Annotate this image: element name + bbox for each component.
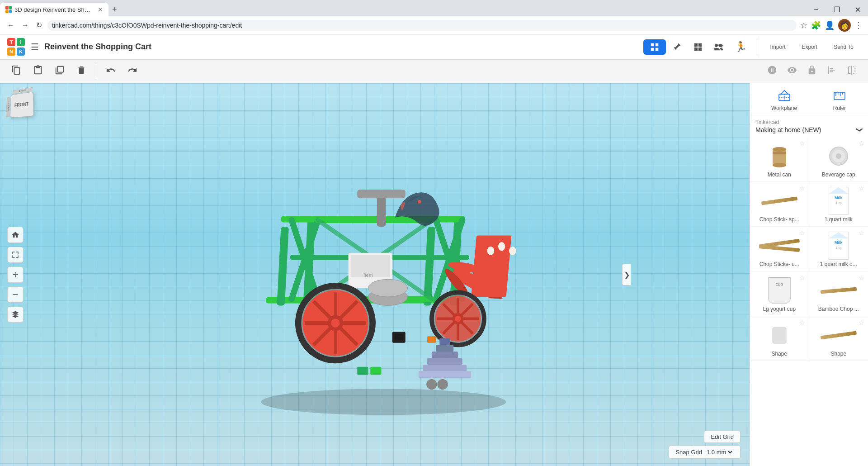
- collection-value: Making at home (NEW): [755, 126, 821, 133]
- shape-item-milk-carton[interactable]: ☆ Milk 1 qt 1 quart milk: [809, 182, 868, 227]
- shape-label-milk-carton2: 1 quart milk o...: [820, 261, 857, 267]
- ruler-button[interactable]: Ruler: [832, 89, 847, 111]
- active-tab[interactable]: 3D design Reinvent the Shoppin... ✕: [0, 3, 108, 16]
- svg-point-26: [487, 247, 494, 255]
- shape-item-milk-carton2[interactable]: ☆ Milk 1 qt 1 quart milk o...: [809, 227, 868, 271]
- new-tab-button[interactable]: +: [108, 5, 121, 14]
- shapes-button[interactable]: [689, 39, 708, 55]
- shape-item-beverage-cap[interactable]: ☆ Beverage cap: [809, 137, 868, 182]
- star-metal-can[interactable]: ☆: [799, 140, 805, 147]
- undo-button[interactable]: [102, 62, 120, 81]
- collection-dropdown[interactable]: Making at home (NEW) ❯: [755, 126, 863, 133]
- fit-button[interactable]: [7, 247, 24, 263]
- import-button[interactable]: Import: [763, 41, 793, 53]
- delete-icon: [76, 65, 86, 75]
- svg-point-28: [509, 247, 516, 255]
- export-label: Export: [802, 44, 817, 50]
- shape-label-chopstick2: Chop Sticks- u...: [760, 261, 799, 267]
- maximize-button[interactable]: ❐: [826, 1, 847, 18]
- shape-item-metal-can[interactable]: ☆ Metal can: [750, 137, 809, 182]
- refresh-button[interactable]: ↻: [34, 19, 44, 31]
- shape-item-extra1[interactable]: ☆ Shape: [750, 316, 809, 361]
- cube-nav[interactable]: TOP LEFT FRONT: [9, 92, 41, 124]
- pickaxe-button[interactable]: [668, 39, 687, 55]
- logo-n: N: [7, 48, 15, 56]
- svg-rect-3: [656, 48, 658, 50]
- export-button[interactable]: Export: [794, 41, 825, 53]
- lock-button[interactable]: [803, 62, 821, 81]
- forward-button[interactable]: →: [20, 19, 31, 31]
- svg-rect-31: [357, 190, 405, 198]
- svg-point-5: [261, 389, 506, 415]
- shapes-scroll[interactable]: ☆ Metal can ☆: [750, 137, 868, 466]
- window-controls: − ❐ ✕: [806, 1, 868, 18]
- delete-button[interactable]: [72, 62, 90, 81]
- workplane-icon: [777, 89, 792, 103]
- svg-rect-7: [277, 227, 289, 305]
- align-button[interactable]: [823, 62, 841, 81]
- person-add-button[interactable]: [709, 39, 728, 55]
- star-bamboo-chop[interactable]: ☆: [859, 274, 864, 281]
- star-beverage-cap[interactable]: ☆: [859, 140, 864, 147]
- bottom-controls: Edit Grid Snap Grid 1.0 mm 0.5 mm 2.0 mm: [669, 431, 741, 459]
- svg-point-44: [331, 319, 340, 327]
- shape-item-chopstick[interactable]: ☆ Chop Stick- sp...: [750, 182, 809, 227]
- shape-label-beverage-cap: Beverage cap: [822, 171, 855, 178]
- shape-item-extra2[interactable]: ☆ Shape: [809, 316, 868, 361]
- zoom-in-button[interactable]: +: [7, 266, 24, 283]
- back-button[interactable]: ←: [5, 19, 16, 31]
- redo-button[interactable]: [123, 62, 142, 81]
- flip-button[interactable]: [843, 62, 861, 81]
- collapse-arrow-icon: ❯: [624, 271, 630, 279]
- app-header: T I N K ☰ Reinvent the Shopping Cart: [0, 34, 868, 60]
- ruler-label: Ruler: [833, 105, 846, 111]
- shape-item-chopstick2[interactable]: ☆ Chop Sticks- u...: [750, 227, 809, 271]
- svg-point-4: [791, 69, 793, 71]
- shape-item-bamboo-chop[interactable]: ☆ Bamboo Chop ...: [809, 271, 868, 316]
- menu-button[interactable]: ☰: [31, 42, 39, 52]
- send-to-button[interactable]: Send To: [826, 41, 861, 53]
- paste-button[interactable]: [29, 62, 47, 81]
- grid-view-button[interactable]: [643, 39, 666, 55]
- zoom-out-button[interactable]: −: [7, 286, 24, 303]
- right-tools: [763, 62, 861, 81]
- model-area: item: [36, 138, 713, 430]
- shape-item-yogurt-cup[interactable]: ☆ cup Lg yogurt cup: [750, 271, 809, 316]
- svg-rect-55: [419, 371, 471, 378]
- address-input[interactable]: [47, 20, 797, 31]
- shape-label-extra1: Shape: [771, 351, 787, 357]
- star-yogurt-cup[interactable]: ☆: [799, 274, 805, 281]
- figure-button[interactable]: 🏃: [730, 38, 751, 56]
- minimize-button[interactable]: −: [806, 1, 826, 18]
- star-extra2[interactable]: ☆: [859, 319, 864, 326]
- star-chopstick2[interactable]: ☆: [799, 229, 805, 237]
- edit-grid-label: Edit Grid: [711, 433, 734, 440]
- extension-icon[interactable]: 🧩: [811, 20, 821, 30]
- star-chopstick[interactable]: ☆: [799, 185, 805, 192]
- light-button[interactable]: [763, 62, 781, 81]
- workplane-button[interactable]: Workplane: [771, 89, 797, 111]
- snap-value-select[interactable]: 1.0 mm 0.5 mm 2.0 mm: [705, 448, 734, 456]
- perspective-button[interactable]: [7, 306, 24, 323]
- flip-icon: [847, 65, 857, 75]
- star-extra1[interactable]: ☆: [799, 319, 805, 326]
- viewport[interactable]: TOP LEFT FRONT + −: [0, 83, 750, 466]
- copy-button[interactable]: [7, 62, 25, 81]
- duplicate-button[interactable]: [51, 62, 69, 81]
- shape-label-metal-can: Metal can: [768, 171, 791, 178]
- account-icon[interactable]: 👤: [825, 20, 835, 30]
- bookmark-icon[interactable]: ☆: [800, 20, 807, 30]
- close-button[interactable]: ✕: [847, 1, 868, 18]
- tool-separator-1: [96, 65, 96, 78]
- hide-button[interactable]: [783, 62, 801, 81]
- star-milk-carton2[interactable]: ☆: [859, 229, 864, 237]
- svg-text:item: item: [363, 272, 373, 278]
- collapse-panel-button[interactable]: ❯: [622, 264, 631, 285]
- paste-icon: [33, 65, 43, 75]
- home-button[interactable]: [7, 227, 24, 243]
- edit-grid-button[interactable]: Edit Grid: [704, 431, 741, 443]
- tab-close[interactable]: ✕: [98, 6, 103, 13]
- menu-dots-icon[interactable]: ⋮: [854, 20, 863, 30]
- user-avatar[interactable]: 👩: [838, 19, 851, 32]
- star-milk-carton[interactable]: ☆: [859, 185, 864, 192]
